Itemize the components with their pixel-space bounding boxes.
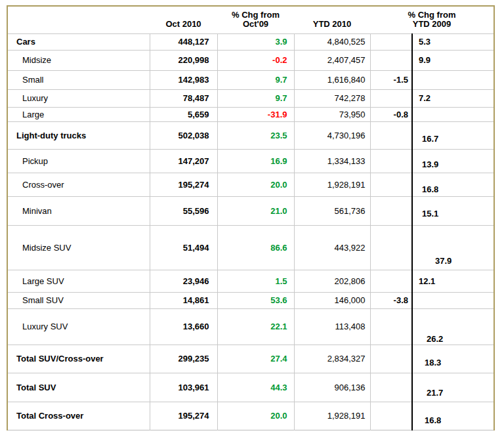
pct-chg-ytd-cell: 16.7 [412,121,494,149]
pct-chg-oct-cell: 20.0 [217,402,294,430]
table-row-total-suv: Total SUV 103,961 44.3 906,136 21.7 [7,373,494,402]
header-row: Oct 2010 % Chg from Oct'09 YTD 2010 % Ch… [7,6,494,33]
pct-chg-ytd-cell [412,70,494,89]
ytd-2010-cell: 906,136 [294,373,370,402]
pct-chg-ytd-value: 7.2 [419,93,430,103]
category-cell: Total SUV [7,373,150,402]
oct-2010-cell: 220,998 [150,50,217,70]
table-row-luxury: Luxury 78,487 9.7 742,278 7.2 [7,89,494,107]
pct-chg-ytd-value: 12.1 [419,276,435,286]
ytd-2010-cell: 4,730,196 [294,121,370,149]
oct-2010-cell: 5,659 [150,107,217,121]
oct-2010-cell: 103,961 [150,373,217,402]
table-row-cars: Cars 448,127 3.9 4,840,525 5.3 [7,33,494,50]
table-body: Cars 448,127 3.9 4,840,525 5.3 Midsize 2… [7,33,494,430]
pct-chg-ytd-neg-cell [370,121,412,149]
pct-chg-ytd-neg-cell [370,402,412,430]
pct-chg-oct-cell: 21.0 [217,196,294,225]
category-cell: Cars [7,33,150,50]
table-row-midsize: Midsize 220,998 -0.2 2,407,457 9.9 [7,50,494,70]
oct-2010-cell: 195,274 [150,402,217,430]
header-oct-2010: Oct 2010 [150,6,217,33]
oct-2010-cell: 55,596 [150,196,217,225]
pct-chg-oct-cell: -31.9 [217,107,294,121]
category-cell: Large [7,107,150,121]
ytd-2010-cell: 443,922 [294,225,370,270]
pct-chg-ytd-cell: 26.2 [412,308,494,345]
pct-chg-ytd-cell: 5.3 [412,33,494,50]
pct-chg-ytd-cell: 16.8 [412,402,494,430]
pct-chg-ytd-neg-cell [370,149,412,173]
pct-chg-ytd-cell: 16.8 [412,173,494,196]
pct-chg-oct-cell: 86.6 [217,225,294,270]
pct-chg-ytd-cell: 21.7 [412,373,494,402]
table-row-midsize-suv: Midsize SUV 51,494 86.6 443,922 37.9 [7,225,494,270]
pct-chg-ytd-cell: 37.9 [412,225,494,270]
oct-2010-cell: 147,207 [150,149,217,173]
pct-chg-ytd-cell: 9.9 [412,50,494,70]
pct-chg-ytd-value: 16.7 [422,134,438,144]
pct-chg-ytd-neg-cell [370,373,412,402]
pct-chg-oct-cell: -0.2 [217,50,294,70]
pct-chg-ytd-neg-cell [370,308,412,345]
oct-2010-cell: 51,494 [150,225,217,270]
pct-chg-oct-cell: 44.3 [217,373,294,402]
category-cell: Minivan [7,196,150,225]
pct-chg-ytd-value: 16.8 [425,415,441,425]
pct-chg-oct-cell: 16.9 [217,149,294,173]
table-row-pickup: Pickup 147,207 16.9 1,334,133 13.9 [7,149,494,173]
table-row-light-duty-trucks: Light-duty trucks 502,038 23.5 4,730,196… [7,121,494,149]
pct-chg-ytd-neg-cell [370,196,412,225]
pct-chg-ytd-neg-cell [370,89,412,107]
ytd-2010-cell: 742,278 [294,89,370,107]
table-row-large: Large 5,659 -31.9 73,950 -0.8 [7,107,494,121]
table-row-cross-over: Cross-over 195,274 20.0 1,928,191 16.8 [7,173,494,196]
category-cell: Large SUV [7,270,150,292]
pct-chg-oct-cell: 22.1 [217,308,294,345]
pct-chg-ytd-value: 16.8 [422,184,438,194]
pct-chg-oct-cell: 3.9 [217,33,294,50]
pct-chg-ytd-value: 13.9 [422,159,438,169]
pct-chg-ytd-value: 15.1 [422,209,438,219]
pct-chg-ytd-value: 21.7 [427,388,443,398]
category-cell: Small SUV [7,292,150,308]
category-cell: Luxury SUV [7,308,150,345]
ytd-2010-cell: 1,928,191 [294,173,370,196]
pct-chg-oct-cell: 53.6 [217,292,294,308]
pct-chg-ytd-cell: 15.1 [412,196,494,225]
table-row-total-cross-over: Total Cross-over 195,274 20.0 1,928,191 … [7,402,494,430]
category-cell: Pickup [7,149,150,173]
category-cell: Luxury [7,89,150,107]
pct-chg-oct-cell: 27.4 [217,345,294,373]
oct-2010-cell: 23,946 [150,270,217,292]
pct-chg-ytd-cell: 18.3 [412,345,494,373]
table-row-small: Small 142,983 9.7 1,616,840 -1.5 [7,70,494,89]
pct-chg-ytd-neg-cell [370,345,412,373]
category-cell: Midsize [7,50,150,70]
table-row-large-suv: Large SUV 23,946 1.5 202,806 12.1 [7,270,494,292]
table-row-small-suv: Small SUV 14,861 53.6 146,000 -3.8 [7,292,494,308]
auto-sales-table-container: Oct 2010 % Chg from Oct'09 YTD 2010 % Ch… [7,5,495,430]
pct-chg-oct-cell: 23.5 [217,121,294,149]
auto-sales-table: Oct 2010 % Chg from Oct'09 YTD 2010 % Ch… [7,5,495,430]
oct-2010-cell: 78,487 [150,89,217,107]
table-header: Oct 2010 % Chg from Oct'09 YTD 2010 % Ch… [7,6,494,33]
oct-2010-cell: 502,038 [150,121,217,149]
category-cell: Cross-over [7,173,150,196]
pct-chg-ytd-neg-cell [370,50,412,70]
pct-chg-ytd-neg-cell: -0.8 [370,107,412,121]
pct-chg-ytd-neg-cell [370,270,412,292]
ytd-2010-cell: 1,928,191 [294,402,370,430]
ytd-2010-cell: 2,407,457 [294,50,370,70]
pct-chg-ytd-value: 37.9 [435,256,452,266]
ytd-2010-cell: 4,840,525 [294,33,370,50]
oct-2010-cell: 14,861 [150,292,217,308]
ytd-2010-cell: 202,806 [294,270,370,292]
ytd-2010-cell: 146,000 [294,292,370,308]
ytd-2010-cell: 1,616,840 [294,70,370,89]
pct-chg-ytd-neg-cell: -3.8 [370,292,412,308]
ytd-2010-cell: 113,408 [294,308,370,345]
category-cell: Midsize SUV [7,225,150,270]
category-cell: Light-duty trucks [7,121,150,149]
pct-chg-ytd-cell: 7.2 [412,89,494,107]
